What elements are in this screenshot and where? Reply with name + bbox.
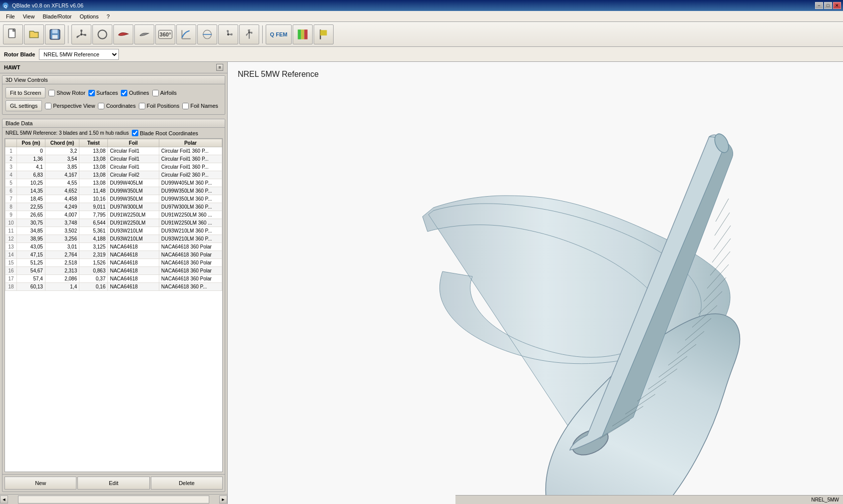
table-row[interactable]: 11 34,85 3,502 5,361 DU93W210LM DU93W210… — [5, 227, 222, 235]
scroll-left-btn[interactable]: ◄ — [0, 496, 8, 504]
show-rotor-checkbox-label[interactable]: Show Rotor — [48, 90, 85, 96]
horizontal-scrollbar-track[interactable] — [18, 496, 209, 504]
controls-row-1: Fit to Screen Show Rotor Surfaces Outlin… — [5, 87, 222, 98]
row-num: 9 — [5, 211, 17, 219]
row-polar: DU99W350LM 360 P... — [159, 195, 222, 203]
row-foil: DU91W2250LM — [108, 211, 159, 219]
row-foil: DU93W210LM — [108, 235, 159, 243]
row-chord: 4,55 — [45, 179, 79, 187]
menu-help[interactable]: ? — [102, 12, 113, 20]
col-polar-header: Polar — [159, 139, 222, 147]
new-blade-button[interactable]: New — [4, 477, 76, 490]
menu-options[interactable]: Options — [75, 12, 102, 20]
row-polar: NACA64618 360 P... — [159, 283, 222, 291]
save-button[interactable] — [45, 24, 65, 44]
color-button[interactable] — [293, 24, 313, 44]
surfaces-checkbox[interactable] — [88, 90, 95, 96]
row-pos: 10,25 — [16, 179, 45, 187]
perspective-checkbox-label[interactable]: Perspective View — [45, 103, 95, 109]
row-num: 3 — [5, 163, 17, 171]
turbine-button[interactable] — [239, 24, 259, 44]
show-rotor-checkbox[interactable] — [48, 90, 55, 96]
panel-collapse-button[interactable]: ≡ — [216, 64, 223, 71]
rotor-blade-select[interactable]: NREL 5MW Reference — [39, 49, 119, 60]
prop-button[interactable] — [218, 24, 238, 44]
table-row[interactable]: 16 54,67 2,313 0,863 NACA64618 NACA64618… — [5, 267, 222, 275]
row-foil: Circular Foil1 — [108, 155, 159, 163]
new-button[interactable] — [3, 24, 23, 44]
maximize-button[interactable]: □ — [824, 2, 832, 9]
delete-blade-button[interactable]: Delete — [151, 477, 223, 490]
foil-red-button[interactable] — [113, 24, 133, 44]
perspective-checkbox[interactable] — [45, 103, 51, 109]
row-num: 17 — [5, 275, 17, 283]
airfoils-checkbox[interactable] — [152, 90, 159, 96]
hawt-button[interactable] — [71, 24, 91, 44]
edit-blade-button[interactable]: Edit — [77, 477, 149, 490]
foil-positions-checkbox[interactable] — [139, 103, 145, 109]
flag-button[interactable] — [314, 24, 334, 44]
blade-table-container[interactable]: Pos (m) Chord (m) Twist Foil Polar 1 0 3… — [4, 138, 223, 472]
blade-table-body: 1 0 3,2 13,08 Circular Foil1 Circular Fo… — [5, 147, 222, 291]
blade-button[interactable] — [134, 24, 154, 44]
window-controls: − □ ✕ — [815, 2, 841, 9]
table-row[interactable]: 7 18,45 4,458 10,16 DU99W350LM DU99W350L… — [5, 195, 222, 203]
table-row[interactable]: 8 22,55 4,249 9,011 DU97W300LM DU97W300L… — [5, 203, 222, 211]
circle-button[interactable] — [92, 24, 112, 44]
table-row[interactable]: 2 1,36 3,54 13,08 Circular Foil1 Circula… — [5, 155, 222, 163]
polar-button[interactable] — [176, 24, 196, 44]
gl-settings-button[interactable]: GL settings — [5, 100, 42, 111]
menu-file[interactable]: File — [2, 12, 19, 20]
table-row[interactable]: 15 51,25 2,518 1,526 NACA64618 NACA64618… — [5, 259, 222, 267]
panel-title: HAWT — [4, 64, 20, 70]
table-row[interactable]: 5 10,25 4,55 13,08 DU99W405LM DU99W405LM… — [5, 179, 222, 187]
table-row[interactable]: 13 43,05 3,01 3,125 NACA64618 NACA64618 … — [5, 243, 222, 251]
table-row[interactable]: 17 57,4 2,086 0,37 NACA64618 NACA64618 3… — [5, 275, 222, 283]
betz-button[interactable] — [197, 24, 217, 44]
qfem-button[interactable]: Q FEM — [266, 24, 292, 44]
row-pos: 54,67 — [16, 267, 45, 275]
row-twist: 10,16 — [79, 195, 108, 203]
close-button[interactable]: ✕ — [833, 2, 841, 9]
table-row[interactable]: 9 26,65 4,007 7,795 DU91W2250LM DU91W225… — [5, 211, 222, 219]
blade-root-coords-label[interactable]: Blade Root Coordinates — [132, 130, 198, 136]
row-twist: 13,08 — [79, 155, 108, 163]
outlines-checkbox[interactable] — [121, 90, 127, 96]
row-num: 15 — [5, 259, 17, 267]
table-row[interactable]: 14 47,15 2,764 2,319 NACA64618 NACA64618… — [5, 251, 222, 259]
airfoils-checkbox-label[interactable]: Airfoils — [152, 90, 177, 96]
hawt-icon — [75, 28, 88, 41]
row-polar: Circular Foil1 360 P... — [159, 155, 222, 163]
menu-blade-rotor[interactable]: Blade/Rotor — [38, 12, 75, 20]
blade-root-coords-checkbox[interactable] — [132, 130, 138, 136]
table-row[interactable]: 4 6,83 4,167 13,08 Circular Foil2 Circul… — [5, 171, 222, 179]
table-row[interactable]: 6 14,35 4,652 11,48 DU99W350LM DU99W350L… — [5, 187, 222, 195]
row-polar: DU91W2250LM 360 ... — [159, 211, 222, 219]
foil-positions-checkbox-label[interactable]: Foil Positions — [139, 103, 179, 109]
table-row[interactable]: 1 0 3,2 13,08 Circular Foil1 Circular Fo… — [5, 147, 222, 155]
fit-to-screen-button[interactable]: Fit to Screen — [5, 87, 45, 98]
360-button[interactable]: 360° — [155, 24, 175, 44]
minimize-button[interactable]: − — [815, 2, 823, 9]
foil-names-checkbox-label[interactable]: Foil Names — [182, 103, 218, 109]
3d-view[interactable]: NREL 5MW Reference — [228, 62, 843, 504]
row-num: 11 — [5, 227, 17, 235]
table-row[interactable]: 10 30,75 3,748 6,544 DU91W2250LM DU91W22… — [5, 219, 222, 227]
bottom-scrollbar[interactable]: ◄ ► — [0, 494, 227, 504]
outlines-checkbox-label[interactable]: Outlines — [121, 90, 149, 96]
foil-names-checkbox[interactable] — [182, 103, 189, 109]
table-row[interactable]: 12 38,95 3,256 4,188 DU93W210LM DU93W210… — [5, 235, 222, 243]
coordinates-checkbox[interactable] — [98, 103, 104, 109]
surfaces-checkbox-label[interactable]: Surfaces — [88, 90, 118, 96]
row-chord: 1,4 — [45, 283, 79, 291]
row-num: 8 — [5, 203, 17, 211]
coordinates-checkbox-label[interactable]: Coordinates — [98, 103, 135, 109]
table-row[interactable]: 3 4,1 3,85 13,08 Circular Foil1 Circular… — [5, 163, 222, 171]
table-row[interactable]: 18 60,13 1,4 0,16 NACA64618 NACA64618 36… — [5, 283, 222, 291]
svg-rect-11 — [298, 29, 301, 39]
blade-icon — [138, 28, 151, 41]
scroll-right-btn[interactable]: ► — [219, 496, 227, 504]
title-bar: Q QBlade v0.8 on XFLR5 v6.06 − □ ✕ — [0, 0, 843, 11]
menu-view[interactable]: View — [19, 12, 39, 20]
open-button[interactable] — [24, 24, 44, 44]
